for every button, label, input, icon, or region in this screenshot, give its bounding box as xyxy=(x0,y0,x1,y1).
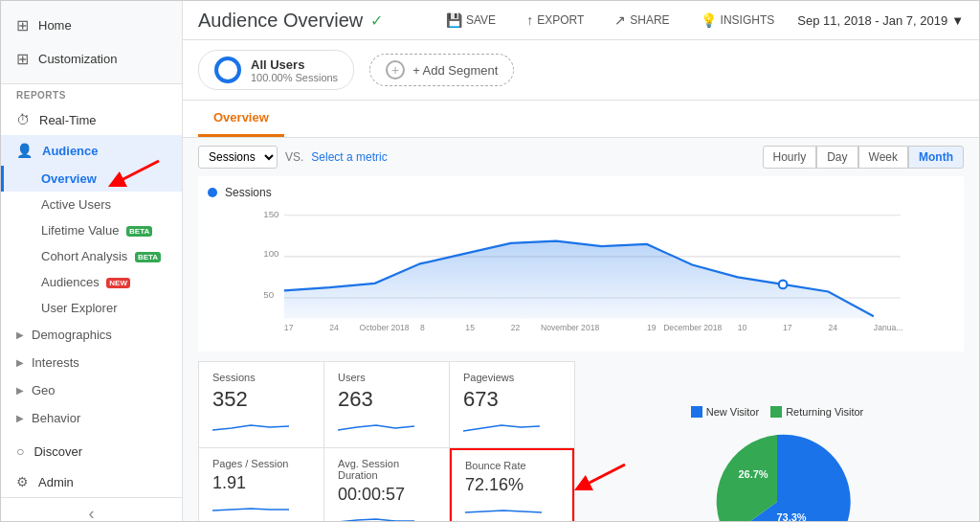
page-title: Audience Overview ✓ xyxy=(198,10,383,32)
segment-bar: All Users 100.00% Sessions + + Add Segme… xyxy=(183,40,979,101)
avg-session-sparkline xyxy=(338,509,414,521)
sidebar: ⊞ Home ⊞ Customization REPORTS ⏱ Real-Ti… xyxy=(1,1,183,521)
interests-arrow: ▶ xyxy=(16,357,24,368)
chart-area: Sessions 150 100 50 xyxy=(198,176,964,352)
svg-text:8: 8 xyxy=(420,323,425,332)
month-button[interactable]: Month xyxy=(908,146,964,169)
select-metric-link[interactable]: Select a metric xyxy=(311,150,387,164)
add-segment-icon: + xyxy=(386,60,405,79)
segment-info: All Users 100.00% Sessions xyxy=(251,57,338,83)
lifetime-value-label: Lifetime Value xyxy=(41,223,119,238)
share-label: SHARE xyxy=(630,13,669,27)
hourly-button[interactable]: Hourly xyxy=(763,146,817,169)
svg-text:50: 50 xyxy=(263,289,274,300)
sidebar-item-geo[interactable]: ▶ Geo xyxy=(1,376,182,404)
behavior-label: Behavior xyxy=(32,411,80,425)
pie-chart: 73.3% 26.7% xyxy=(701,425,854,522)
audiences-badge: NEW xyxy=(106,278,130,288)
sidebar-item-overview[interactable]: Overview xyxy=(1,166,182,192)
home-icon: ⊞ xyxy=(16,16,29,34)
bounce-rate-label: Bounce Rate xyxy=(465,460,559,471)
sessions-value: 352 xyxy=(212,387,310,412)
page-header: Audience Overview ✓ 💾 SAVE ↑ EXPORT ↗ SH… xyxy=(183,1,979,40)
add-segment-button[interactable]: + + Add Segment xyxy=(369,54,514,86)
new-visitor-label: New Visitor xyxy=(706,406,759,418)
chart-legend: Sessions xyxy=(208,186,954,199)
realtime-icon: ⏱ xyxy=(16,112,30,127)
pie-legend: New Visitor Returning Visitor xyxy=(691,406,864,418)
sidebar-item-home[interactable]: ⊞ Home xyxy=(1,9,182,42)
pageviews-sparkline xyxy=(463,416,540,435)
sidebar-item-lifetime-value[interactable]: Lifetime Value BETA xyxy=(1,217,182,243)
new-visitor-legend: New Visitor xyxy=(691,406,759,418)
pages-session-sparkline xyxy=(212,497,289,516)
new-visitor-color xyxy=(691,406,702,418)
returning-visitor-legend: Returning Visitor xyxy=(770,406,863,418)
svg-text:December 2018: December 2018 xyxy=(663,323,722,332)
sessions-legend-dot xyxy=(208,188,217,197)
sessions-legend-label: Sessions xyxy=(225,186,272,199)
audience-icon: 👤 xyxy=(16,143,33,158)
bounce-rate-value: 72.16% xyxy=(465,475,559,495)
sidebar-audience-label: Audience xyxy=(42,144,99,158)
stat-sessions: Sessions 352 xyxy=(199,362,323,447)
bounce-rate-sparkline xyxy=(465,499,542,518)
insights-button[interactable]: 💡 INSIGHTS xyxy=(693,9,783,32)
stat-pages-session: Pages / Session 1.91 xyxy=(199,448,323,521)
discover-icon: ○ xyxy=(16,443,24,459)
avg-session-label: Avg. Session Duration xyxy=(338,458,435,481)
new-pct-label: 73.3% xyxy=(776,511,806,522)
time-buttons: Hourly Day Week Month xyxy=(763,146,964,169)
behavior-arrow: ▶ xyxy=(16,413,24,423)
sidebar-item-interests[interactable]: ▶ Interests xyxy=(1,349,182,376)
all-users-segment[interactable]: All Users 100.00% Sessions xyxy=(198,50,354,90)
export-button[interactable]: ↑ EXPORT xyxy=(519,9,591,32)
sidebar-collapse-button[interactable]: ‹ xyxy=(1,497,182,521)
verified-icon: ✓ xyxy=(370,11,383,30)
sidebar-item-realtime[interactable]: ⏱ Real-Time xyxy=(1,104,182,135)
svg-text:150: 150 xyxy=(263,209,279,219)
save-button[interactable]: 💾 SAVE xyxy=(438,9,503,32)
sidebar-item-demographics[interactable]: ▶ Demographics xyxy=(1,321,182,349)
stats-grid: Sessions 352 Users 263 Pageviews 673 xyxy=(198,361,575,521)
line-chart: 150 100 50 xyxy=(208,205,954,339)
tab-overview-label: Overview xyxy=(213,110,269,125)
pie-area: New Visitor Returning Visitor xyxy=(590,361,964,521)
sidebar-item-customization[interactable]: ⊞ Customization xyxy=(1,42,182,76)
sidebar-item-active-users[interactable]: Active Users xyxy=(1,192,182,217)
sidebar-home-label: Home xyxy=(38,18,72,33)
segment-donut xyxy=(214,57,241,83)
sidebar-item-cohort-analysis[interactable]: Cohort Analysis BETA xyxy=(1,243,182,269)
sidebar-item-discover[interactable]: ○ Discover xyxy=(1,436,182,466)
sidebar-item-user-explorer[interactable]: User Explorer xyxy=(1,295,182,321)
day-button[interactable]: Day xyxy=(816,146,858,169)
sidebar-item-admin[interactable]: ⚙ Admin xyxy=(1,466,182,497)
svg-text:24: 24 xyxy=(828,323,837,332)
svg-text:15: 15 xyxy=(465,323,475,332)
tab-overview[interactable]: Overview xyxy=(198,101,284,137)
metric-select[interactable]: Sessions xyxy=(198,146,278,169)
sidebar-item-audience[interactable]: 👤 Audience xyxy=(1,135,182,166)
svg-text:24: 24 xyxy=(329,323,339,332)
svg-text:October 2018: October 2018 xyxy=(359,323,409,332)
date-range-selector[interactable]: Sep 11, 2018 - Jan 7, 2019 ▼ xyxy=(797,13,964,28)
tab-bar: Overview xyxy=(183,101,979,138)
sidebar-item-behavior[interactable]: ▶ Behavior xyxy=(1,404,182,432)
users-sparkline xyxy=(338,416,414,435)
share-button[interactable]: ↗ SHARE xyxy=(607,9,677,32)
week-button[interactable]: Week xyxy=(858,146,908,169)
svg-text:Janua...: Janua... xyxy=(874,323,903,332)
svg-text:17: 17 xyxy=(783,323,792,332)
stat-users: Users 263 xyxy=(324,362,449,447)
returning-visitor-label: Returning Visitor xyxy=(786,406,863,418)
sidebar-item-audiences[interactable]: Audiences NEW xyxy=(1,269,182,295)
save-icon: 💾 xyxy=(446,12,462,28)
insights-icon: 💡 xyxy=(701,12,717,28)
demographics-label: Demographics xyxy=(32,328,112,342)
svg-text:19: 19 xyxy=(647,323,657,332)
cohort-analysis-badge: BETA xyxy=(135,252,161,262)
svg-text:10: 10 xyxy=(738,323,747,332)
pageviews-label: Pageviews xyxy=(463,372,561,383)
pages-session-label: Pages / Session xyxy=(212,458,310,469)
customization-icon: ⊞ xyxy=(16,50,29,68)
